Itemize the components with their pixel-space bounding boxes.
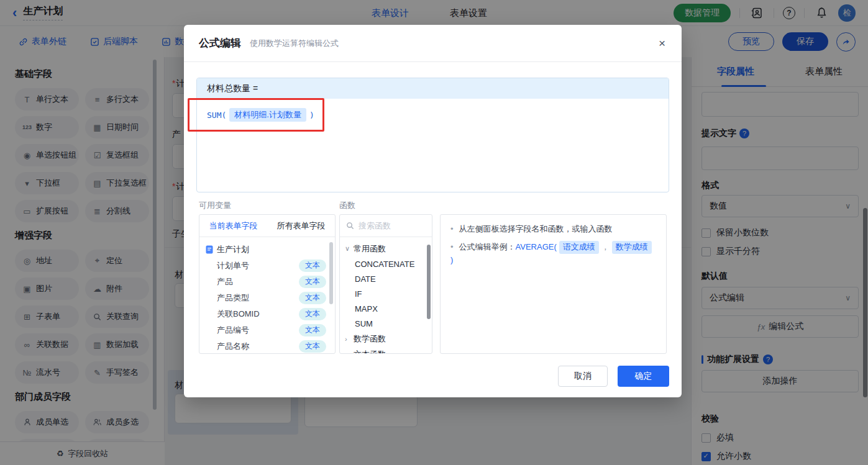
variable-field-row[interactable]: 产品文本 bbox=[199, 274, 335, 290]
tab-current-form-fields[interactable]: 当前表单字段 bbox=[199, 215, 267, 237]
function-item-SUM[interactable]: SUM bbox=[340, 316, 432, 331]
field-type-badge: 文本 bbox=[299, 308, 326, 320]
example-function-text: AVERAGE( bbox=[516, 241, 557, 254]
example-field-token: 数学成绩 bbox=[612, 241, 652, 254]
functions-scrollbar[interactable] bbox=[427, 245, 431, 319]
function-group-name: 常用函数 bbox=[354, 243, 386, 255]
modal-title: 公式编辑 bbox=[199, 36, 241, 50]
search-placeholder: 搜索函数 bbox=[359, 220, 391, 232]
variable-field-name: 产品编号 bbox=[217, 325, 249, 336]
field-type-badge: 文本 bbox=[299, 324, 326, 336]
variable-field-name: 关联BOMID bbox=[217, 309, 260, 320]
formula-function-text: SUM( bbox=[207, 111, 226, 120]
field-type-badge: 文本 bbox=[299, 260, 326, 272]
function-item-IF[interactable]: IF bbox=[340, 286, 432, 301]
document-icon bbox=[206, 245, 213, 254]
function-group-name: 数学函数 bbox=[354, 333, 386, 345]
function-group-expanded[interactable]: ∨常用函数 bbox=[340, 241, 432, 256]
function-item-CONCATENATE[interactable]: CONCATENATE bbox=[340, 256, 432, 271]
variables-tabs: 当前表单字段 所有表单字段 bbox=[199, 215, 335, 237]
tip-line-2: • 公式编辑举例： AVERAGE( 语文成绩 ， 数学成绩 ) bbox=[450, 241, 656, 267]
formula-editor-box[interactable]: 材料总数量 = SUM( 材料明细.计划数量 ) bbox=[196, 78, 669, 192]
tree-root-item[interactable]: 生产计划 bbox=[199, 242, 335, 258]
variable-field-name: 产品类型 bbox=[217, 292, 249, 304]
formula-target-field: 材料总数量 = bbox=[197, 78, 669, 99]
bullet-icon: • bbox=[450, 241, 454, 254]
variables-tree: 生产计划 计划单号文本产品文本产品类型文本关联BOMID文本产品编号文本产品名称… bbox=[199, 237, 335, 354]
variable-field-name: 计划单号 bbox=[217, 260, 249, 271]
cancel-button[interactable]: 取消 bbox=[558, 366, 608, 387]
formula-field-token[interactable]: 材料明细.计划数量 bbox=[229, 108, 306, 122]
field-type-badge: 文本 bbox=[299, 292, 326, 304]
tip-line-1: • 从左侧面板选择字段名和函数，或输入函数 bbox=[450, 223, 656, 236]
function-item-DATE[interactable]: DATE bbox=[340, 271, 432, 286]
function-group-collapsed[interactable]: ›文本函数 bbox=[340, 346, 432, 354]
variable-field-row[interactable]: 关联BOMID文本 bbox=[199, 306, 335, 322]
function-group-collapsed[interactable]: ›数学函数 bbox=[340, 331, 432, 346]
functions-panel: 搜索函数 ∨常用函数CONCATENATEDATEIFMAPXSUM›数学函数›… bbox=[339, 214, 432, 354]
variables-panel: 当前表单字段 所有表单字段 生产计划 计划单号文本产品文本产品类型文本关联BOM… bbox=[199, 214, 336, 354]
field-type-badge: 文本 bbox=[299, 340, 326, 353]
close-icon[interactable]: × bbox=[659, 37, 665, 49]
tab-all-form-fields[interactable]: 所有表单字段 bbox=[267, 215, 335, 237]
variable-field-name: 产品 bbox=[217, 276, 233, 287]
modal-header: 公式编辑 使用数学运算符编辑公式 × bbox=[184, 25, 682, 62]
bullet-icon: • bbox=[450, 223, 454, 236]
functions-label: 函数 bbox=[339, 200, 355, 211]
variables-label: 可用变量 bbox=[199, 200, 231, 211]
function-group-name: 文本函数 bbox=[354, 349, 386, 354]
formula-editor-modal: 公式编辑 使用数学运算符编辑公式 × 材料总数量 = SUM( 材料明细.计划数… bbox=[184, 25, 682, 397]
chevron-right-icon: › bbox=[345, 335, 350, 343]
formula-tips-panel: • 从左侧面板选择字段名和函数，或输入函数 • 公式编辑举例： AVERAGE(… bbox=[440, 214, 667, 354]
function-item-MAPX[interactable]: MAPX bbox=[340, 301, 432, 316]
field-type-badge: 文本 bbox=[299, 276, 326, 288]
modal-subtitle: 使用数学运算符编辑公式 bbox=[250, 38, 339, 49]
variable-field-row[interactable]: 计划单号文本 bbox=[199, 258, 335, 274]
example-field-token: 语文成绩 bbox=[559, 241, 599, 254]
variable-field-name: 产品名称 bbox=[217, 341, 249, 352]
chevron-down-icon: ∨ bbox=[345, 245, 350, 253]
formula-expression[interactable]: SUM( 材料明细.计划数量 ) bbox=[197, 99, 669, 131]
variables-scrollbar[interactable] bbox=[329, 242, 333, 304]
variable-field-row[interactable]: 产品类型文本 bbox=[199, 290, 335, 306]
variable-field-row[interactable]: 产品编号文本 bbox=[199, 322, 335, 338]
variable-field-row[interactable]: 产品名称文本 bbox=[199, 338, 335, 354]
confirm-button[interactable]: 确定 bbox=[618, 366, 669, 387]
chevron-right-icon: › bbox=[345, 351, 350, 354]
function-search[interactable]: 搜索函数 bbox=[340, 215, 432, 237]
formula-close-paren: ) bbox=[309, 111, 314, 120]
search-icon bbox=[346, 222, 354, 230]
